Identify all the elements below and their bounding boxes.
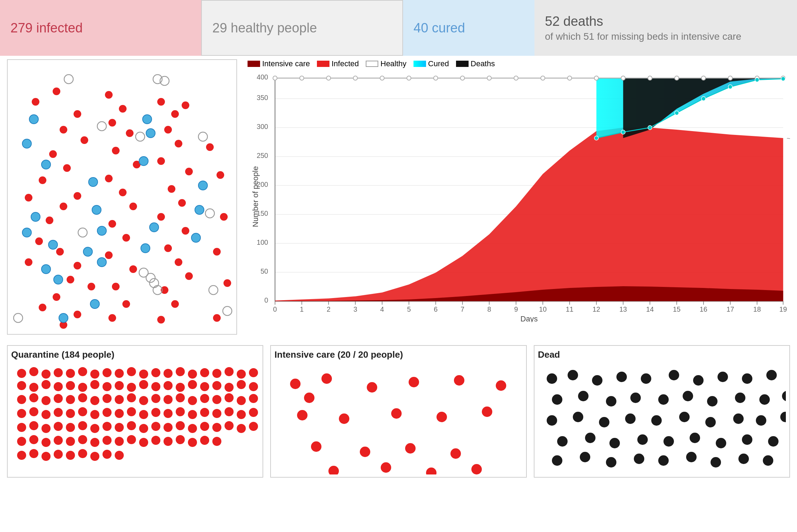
svg-point-41 — [164, 126, 172, 134]
svg-point-77 — [146, 129, 155, 138]
svg-point-305 — [188, 438, 197, 447]
svg-point-297 — [90, 438, 99, 447]
svg-point-384 — [763, 455, 773, 466]
svg-point-199 — [115, 369, 124, 378]
svg-point-50 — [175, 258, 182, 266]
infected-label: 279 infected — [10, 21, 83, 36]
svg-point-36 — [122, 300, 130, 308]
svg-point-98 — [14, 313, 23, 322]
svg-point-3 — [60, 126, 67, 134]
svg-point-238 — [103, 394, 112, 403]
svg-point-79 — [150, 223, 159, 232]
quarantine-panel: Quarantine (184 people) — [7, 345, 263, 478]
svg-point-164 — [327, 76, 331, 80]
svg-point-282 — [151, 422, 160, 431]
svg-point-338 — [568, 370, 578, 380]
svg-point-72 — [97, 226, 106, 235]
svg-point-251 — [17, 409, 26, 418]
svg-point-283 — [164, 423, 173, 432]
svg-point-189 — [781, 77, 785, 81]
svg-point-308 — [17, 451, 26, 460]
svg-point-372 — [690, 433, 700, 443]
svg-point-8 — [25, 194, 32, 202]
svg-point-262 — [151, 408, 160, 417]
svg-text:8: 8 — [487, 305, 491, 313]
svg-point-55 — [217, 171, 224, 179]
svg-point-303 — [164, 437, 173, 446]
svg-point-217 — [90, 380, 99, 389]
svg-point-285 — [188, 424, 197, 433]
dead-svg — [538, 363, 786, 474]
svg-point-186 — [701, 97, 706, 101]
svg-point-86 — [97, 122, 106, 131]
svg-point-380 — [658, 455, 669, 466]
svg-point-288 — [225, 421, 234, 430]
svg-point-66 — [48, 240, 58, 249]
svg-text:16: 16 — [700, 305, 707, 313]
svg-point-69 — [59, 313, 68, 322]
svg-point-320 — [409, 377, 419, 387]
svg-point-246 — [200, 394, 209, 403]
svg-point-1 — [53, 88, 60, 95]
svg-point-6 — [63, 164, 71, 172]
infected-legend-label: Infected — [332, 59, 359, 68]
svg-point-166 — [380, 76, 384, 80]
svg-point-10 — [74, 192, 81, 200]
svg-point-318 — [321, 373, 332, 384]
chart-legend: Intensive care Infected Healthy Cured De… — [248, 59, 790, 68]
svg-point-237 — [90, 396, 99, 405]
svg-point-321 — [454, 375, 464, 386]
svg-point-364 — [733, 413, 744, 424]
svg-point-239 — [115, 395, 124, 404]
svg-point-184 — [648, 126, 652, 130]
stat-infected: 279 infected — [0, 0, 201, 56]
svg-text:2: 2 — [327, 305, 331, 313]
chart-svg-wrapper: Number of people 0 50 100 150 200 — [248, 71, 790, 322]
svg-point-220 — [127, 383, 136, 392]
svg-point-254 — [54, 408, 63, 417]
svg-point-34 — [129, 265, 137, 273]
svg-point-353 — [707, 396, 718, 406]
svg-point-225 — [188, 380, 197, 389]
svg-point-287 — [212, 423, 221, 432]
svg-point-19 — [39, 304, 46, 311]
svg-point-249 — [237, 396, 246, 405]
svg-point-13 — [56, 248, 64, 256]
svg-text:12: 12 — [593, 305, 600, 313]
main-content: Intensive care Infected Healthy Cured De… — [0, 56, 797, 342]
svg-point-63 — [41, 160, 51, 169]
svg-text:6: 6 — [434, 305, 438, 313]
svg-point-167 — [407, 76, 411, 80]
svg-point-244 — [176, 393, 185, 402]
legend-intensive: Intensive care — [248, 59, 310, 68]
svg-point-266 — [200, 408, 209, 417]
svg-point-274 — [54, 422, 63, 431]
svg-point-61 — [29, 115, 38, 124]
svg-point-174 — [594, 76, 599, 80]
svg-point-168 — [434, 76, 438, 80]
svg-text:200: 200 — [257, 181, 268, 188]
svg-point-236 — [78, 393, 87, 402]
svg-point-45 — [168, 185, 175, 193]
dead-dots — [538, 363, 786, 474]
svg-point-92 — [150, 279, 159, 288]
svg-point-365 — [756, 415, 766, 426]
svg-text:11: 11 — [566, 305, 574, 313]
svg-point-328 — [311, 441, 321, 452]
svg-point-268 — [225, 407, 234, 416]
svg-point-175 — [621, 76, 625, 80]
svg-point-183 — [621, 130, 625, 134]
svg-point-43 — [157, 157, 165, 165]
svg-point-350 — [630, 393, 641, 403]
svg-point-358 — [573, 412, 583, 422]
svg-point-293 — [41, 438, 51, 447]
svg-point-211 — [17, 381, 26, 390]
legend-healthy: Healthy — [366, 59, 407, 68]
svg-point-280 — [127, 421, 136, 430]
svg-point-243 — [164, 395, 173, 404]
svg-point-95 — [205, 209, 214, 218]
svg-point-341 — [641, 373, 651, 384]
svg-text:7: 7 — [461, 305, 464, 313]
svg-point-182 — [594, 136, 599, 140]
svg-point-314 — [90, 452, 99, 461]
